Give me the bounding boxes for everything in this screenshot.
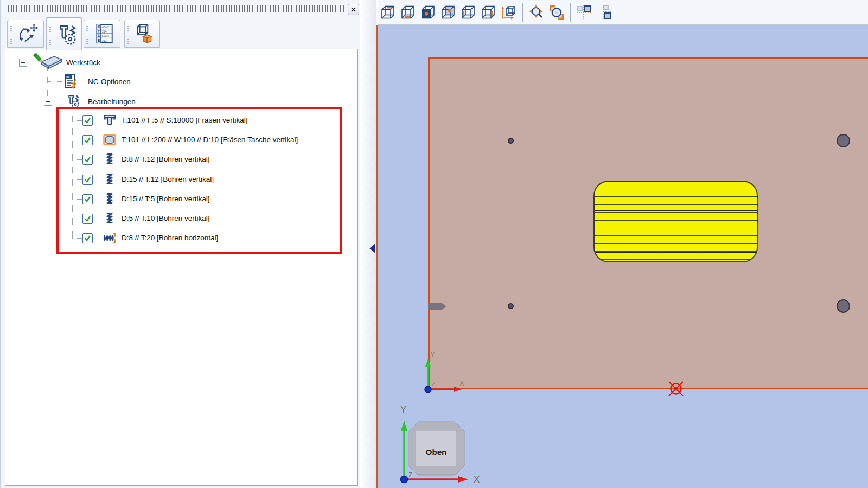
pocket-icon [103, 133, 116, 146]
operation-checkbox[interactable] [82, 233, 93, 243]
toolbar-separator [522, 3, 523, 22]
collapse-toggle[interactable] [44, 98, 52, 106]
drill-vertical-icon [103, 153, 116, 166]
operation-label[interactable]: T:101 // F:5 // S:18000 [Fräsen vertikal… [122, 116, 248, 124]
svg-text:L: L [98, 34, 100, 37]
workpiece-label[interactable]: Werkstück [66, 59, 100, 67]
operation-label[interactable]: D:15 // T:12 [Bohren vertikal] [122, 175, 214, 183]
panel-drag-grip[interactable] [5, 5, 344, 12]
tab-grip [86, 23, 88, 44]
operation-checkbox[interactable] [82, 194, 93, 204]
drill-vertical-icon [103, 173, 116, 186]
drill-vertical-icon [103, 192, 116, 206]
view-name-label: Oben [426, 447, 446, 457]
operation-checkbox[interactable] [82, 175, 93, 185]
nc-options-label[interactable]: NC-Optionen [88, 78, 131, 86]
viewport-border [376, 25, 378, 488]
tab-export[interactable] [124, 20, 160, 48]
tree-connector [72, 219, 82, 219]
viewport[interactable]: Y X Z Oben Y X [378, 25, 868, 488]
operation-row[interactable]: D:15 // T:5 [Bohren vertikal] [5, 191, 353, 207]
drill-horizontal-icon [103, 232, 116, 245]
bearbeitungen-label[interactable]: Bearbeitungen [88, 98, 136, 106]
workpiece-icon [33, 52, 64, 70]
contour-icon [16, 22, 40, 45]
operation-label[interactable]: D:5 // T:10 [Bohren vertikal] [122, 214, 210, 222]
collapse-panel-arrow[interactable] [369, 243, 375, 253]
toolbar-separator [570, 3, 571, 22]
indicator-z-label: Z [409, 471, 412, 479]
svg-text:B: B [98, 38, 100, 42]
export-icon [133, 22, 156, 45]
view-toolbar [378, 0, 868, 25]
tree-connector [72, 179, 82, 180]
view-bottom-icon[interactable] [400, 4, 417, 21]
operation-checkbox[interactable] [82, 214, 93, 224]
view-iso-icon[interactable] [501, 4, 517, 21]
view-orientation-indicator: Oben Y X Z [400, 404, 480, 485]
tree-connector [72, 140, 82, 140]
pocket-hatch-line [595, 252, 757, 253]
zoom-all-icon[interactable] [528, 4, 545, 21]
drill-hole-small[interactable] [508, 138, 514, 144]
view-top-icon[interactable] [380, 4, 397, 21]
view-left-icon[interactable] [461, 4, 477, 21]
operation-label[interactable]: D:15 // T:5 [Bohren vertikal] [122, 195, 210, 203]
close-panel-button[interactable]: ✕ [348, 4, 359, 15]
view-front-icon[interactable] [420, 4, 437, 21]
view-back-icon[interactable] [441, 4, 457, 21]
svg-text:500.3: 500.3 [102, 34, 109, 37]
operation-checkbox[interactable] [82, 115, 93, 126]
collapse-toggle[interactable] [19, 59, 27, 67]
operation-row[interactable]: T:101 // L:200 // W:100 // D:10 [Fräsen … [5, 132, 353, 148]
svg-text:404.3: 404.3 [102, 25, 109, 29]
operations-panel: ✕ X404.3Y314L500.3B252 [1, 0, 360, 488]
nc-options-icon: NC [63, 74, 79, 89]
tab-dimensions[interactable]: X404.3Y314L500.3B252 [84, 20, 120, 48]
tree-connector [72, 199, 82, 200]
tab-contour[interactable] [7, 20, 44, 48]
drill-hole-large[interactable] [837, 134, 850, 147]
tree-connector [72, 159, 82, 160]
operation-label[interactable]: D:8 // T:12 [Bohren vertikal] [122, 155, 210, 163]
indicator-x-label: X [474, 474, 480, 485]
operation-label[interactable]: D:8 // T:20 [Bohren horizontal] [122, 234, 218, 242]
operations-tree: Werkstück NC NC-Optionen Bearbeitungen T… [5, 49, 358, 486]
tree-item-nc-options[interactable]: NC NC-Optionen [5, 73, 353, 89]
tab-grip [10, 23, 12, 44]
zoom-window-icon[interactable] [548, 4, 565, 21]
drill-vertical-icon [103, 212, 116, 225]
mill-vertical-icon [103, 114, 116, 127]
machining-icon [55, 23, 78, 46]
milling-pocket[interactable] [593, 181, 758, 262]
application-window: ✕ X404.3Y314L500.3B252 [0, 0, 868, 488]
operation-row[interactable]: D:15 // T:12 [Bohren vertikal] [5, 171, 353, 188]
drill-hole-large[interactable] [837, 299, 850, 313]
dimensions-table-icon: X404.3Y314L500.3B252 [92, 22, 116, 45]
view-right-icon[interactable] [481, 4, 497, 21]
tab-machining[interactable] [46, 17, 82, 50]
tree-connector [72, 120, 82, 121]
svg-text:NC: NC [66, 75, 71, 79]
svg-text:252: 252 [102, 39, 107, 42]
tree-item-werkstueck[interactable]: Werkstück [5, 54, 353, 70]
svg-text:314: 314 [102, 30, 107, 33]
operation-row[interactable]: D:5 // T:10 [Bohren vertikal] [5, 210, 353, 227]
origin-top-right-icon[interactable] [576, 4, 592, 21]
tree-item-bearbeitungen[interactable]: Bearbeitungen [5, 93, 353, 110]
operation-checkbox[interactable] [82, 155, 93, 165]
pocket-hatch-line [595, 210, 757, 211]
tab-grip [127, 23, 129, 44]
operation-row[interactable]: T:101 // F:5 // S:18000 [Fräsen vertikal… [5, 112, 353, 129]
tree-connector [72, 238, 82, 239]
operation-label[interactable]: T:101 // L:200 // W:100 // D:10 [Fräsen … [122, 136, 298, 144]
operation-row[interactable]: D:8 // T:20 [Bohren horizontal] [5, 230, 353, 246]
operation-row[interactable]: D:8 // T:12 [Bohren vertikal] [5, 151, 353, 168]
bearbeitungen-icon [65, 94, 80, 109]
operation-checkbox[interactable] [82, 135, 93, 145]
tab-grip [49, 24, 51, 45]
indicator-y-label: Y [400, 404, 406, 415]
drill-hole-small[interactable] [508, 303, 514, 309]
origin-bottom-right-icon[interactable] [596, 4, 612, 21]
